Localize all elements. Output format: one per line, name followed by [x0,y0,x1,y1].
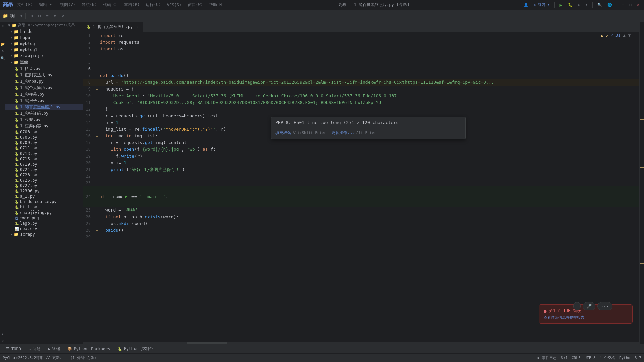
tooltip-action-fill[interactable]: 填充段落 Alt+Shift+Enter [275,130,326,136]
horizontal-scrollbar-thumb[interactable] [187,342,227,344]
line-separator[interactable]: CRLF [572,356,581,360]
file-regex[interactable]: 🐍 1_正则表达式.py [5,72,83,78]
code-line-22[interactable]: 22 [83,173,639,180]
python-interpreter[interactable]: Python 3.7 [619,356,641,360]
file-lago[interactable]: 🐍 lago.py [5,221,83,226]
scroll-up-btn[interactable]: ▲ [623,33,626,38]
folder-baidu[interactable]: ▶ 📁 baidu [5,28,83,35]
file-0706[interactable]: 🐍 0706.py [5,135,83,140]
tooltip-more-btn[interactable]: ⋮ [457,120,461,125]
code-line-5[interactable]: 5 [83,59,639,66]
editor-scroll-area[interactable]: 1 import re 2 import requests 3 import o… [83,32,639,341]
file-captcha[interactable]: 🐍 1_爬验证码.py [5,110,83,117]
sidebar-icon-3[interactable]: 🔍 [1,56,5,60]
sidebar-top-icon[interactable]: ≡ [1,23,5,28]
file-code-png[interactable]: 🖼 code.png [5,215,83,221]
code-line-2[interactable]: 2 import requests [83,39,639,46]
close-btn[interactable]: ✕ [635,3,641,7]
indentation[interactable]: 4 个空格 [600,355,615,360]
file-bill[interactable]: 🐍 bill.py [5,204,83,210]
root-expand-icon[interactable]: ▼ [8,23,10,28]
file-nba-csv[interactable]: 📊 nba.csv [5,226,83,231]
file-chaojiying[interactable]: 🐍 chaojiying.py [5,210,83,215]
code-line-27[interactable]: 27 os.mkdir(word) [83,220,639,227]
event-log[interactable]: ▶ 事件日志 [538,355,557,360]
file-0709[interactable]: 🐍 0709.py [5,140,83,145]
file-douyin[interactable]: 🐍 1_抖音.py [5,66,83,72]
code-line-18[interactable]: 18 with open(f'{word}/{n}.jpg', 'wb') as… [83,146,639,153]
folder-heisi[interactable]: ▶ 📁 黑丝 [5,59,83,66]
debug-btn[interactable]: 🐛 [566,3,575,7]
code-line-17[interactable]: 17 r = requests.get(img).content [83,139,639,146]
account-icon[interactable]: 👤 [522,3,530,7]
translate-icon[interactable]: 🌐 [605,3,614,7]
code-line-23[interactable]: 23 [83,180,639,186]
error-count[interactable]: ▲ 5 [601,33,608,38]
expand-btn[interactable]: ≡ [44,13,50,19]
file-0715[interactable]: 🐍 0715.py [5,156,83,162]
tab-problems[interactable]: ⚠ 问题 [25,345,44,353]
active-tab[interactable]: 🐍 1_爬百度黑丝照片.py ✕ [83,22,143,32]
close-panel-btn[interactable]: ✕ [60,13,66,19]
project-dropdown-icon[interactable]: ▾ [20,13,23,18]
search-btn[interactable]: 🔍 [595,3,604,7]
run-btn[interactable]: ▶ [557,3,564,7]
file-house[interactable]: 🐍 1_爬房子.py [5,98,83,104]
tab-python-console[interactable]: 🐍 Python 控制台 [114,345,157,353]
tab-terminal[interactable]: ▶ 终端 [45,345,63,353]
project-label[interactable]: 项目 [10,13,18,19]
file-douban[interactable]: 🐍 1_豆瓣.py [5,117,83,123]
file-0719[interactable]: 🐍 0719.py [5,162,83,167]
file-baidu-cource[interactable]: 🐍 baidu_cource.py [5,199,83,204]
file-0721[interactable]: 🐍 0721.py [5,167,83,172]
folder-hupu[interactable]: ▶ 📁 hupu [5,35,83,41]
menu-help[interactable]: 帮助(H) [207,1,226,9]
code-line-24[interactable]: 24 ▶ if __name__ == '__main__': [83,186,639,207]
code-line-25[interactable]: 25 word = '黑丝' [83,207,639,214]
code-line-1[interactable]: 1 import re [83,32,639,39]
file-douban-content[interactable]: 🐍 1_豆瓣内容.py [5,123,83,129]
menu-nav[interactable]: 导航(N) [79,1,99,9]
code-line-10[interactable]: 10 'User-Agent': 'Mozilla/5.0 ... Safari… [83,93,639,99]
menu-view[interactable]: 视图(V) [58,1,77,9]
file-heisi-active[interactable]: 🐍 1_爬百度黑丝照片.py [5,104,83,110]
file-0727[interactable]: 🐍 0727.py [5,183,83,188]
code-line-19[interactable]: 19 f.write(r) [83,153,639,160]
more-run-btn[interactable]: ↻ [576,3,582,7]
code-line-7[interactable]: 7 def baidu(): [83,72,639,79]
file-0711[interactable]: 🐍 0711.py [5,145,83,151]
encoding[interactable]: UTF-8 [584,356,595,360]
file-resume[interactable]: 🐍 1_爬个人简历.py [5,85,83,91]
folder-scrapy[interactable]: ▶ 📁 scrapy [5,231,83,237]
code-line-3[interactable]: 3 import os [83,46,639,52]
sidebar-icon-5[interactable]: ⚙ [2,339,4,343]
folder-myblog[interactable]: ▶ 📁 myblog [5,41,83,47]
code-line-6[interactable]: 6 [83,66,639,72]
file-a1[interactable]: 🐍 a_1.py [5,194,83,199]
code-line-12[interactable]: 12 } [83,106,639,113]
file-0723[interactable]: 🐍 0723.py [5,172,83,178]
menu-run[interactable]: 运行(U) [144,1,163,9]
more-fab-btn[interactable]: ··· [597,302,612,310]
file-nba[interactable]: 🐍 1_爬nba.py [5,78,83,85]
code-line-11[interactable]: 11 'Cookie': 'BIDUPSID=92D32D...08; BAID… [83,99,639,106]
code-line-21[interactable]: 21 print(f'第{n-1}张图片已保存！') [83,166,639,173]
menu-refactor[interactable]: 重构(R) [122,1,142,9]
code-line-29[interactable]: 29 [83,234,639,240]
folder-myblog1[interactable]: ▶ 📁 myblog1 [5,47,83,53]
menu-code[interactable]: 代码(C) [101,1,120,9]
maximize-btn[interactable]: □ [628,3,634,7]
file-0703[interactable]: 🐍 0703.py [5,129,83,135]
menu-vcs[interactable]: VCS(S) [165,2,183,8]
code-line-26[interactable]: 26 if not os.path.exists(word): [83,214,639,220]
tooltip-action-more[interactable]: 更多操作... Alt+Enter [331,130,376,136]
sidebar-icon-4[interactable]: ★ [2,332,4,336]
code-line-4[interactable]: 4 [83,52,639,59]
mic-btn[interactable]: 🎤 [583,302,595,310]
tab-python-packages[interactable]: 📦 Python Packages [64,346,113,352]
menu-file[interactable]: 文件(F) [15,1,35,9]
file-0725[interactable]: 🐍 0725.py [5,178,83,183]
warning-count[interactable]: ✓ 31 [611,33,621,38]
dropdown-btn[interactable]: ▾ [584,3,590,7]
cursor-position[interactable]: 6:1 [561,356,568,360]
